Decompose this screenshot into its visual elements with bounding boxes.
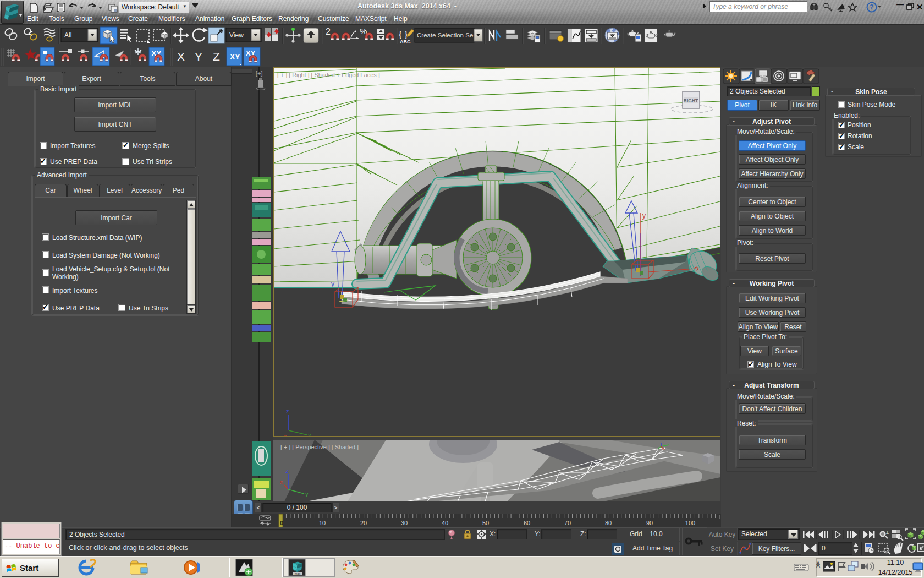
svg-text:0: 0	[280, 520, 283, 526]
svg-text:90: 90	[646, 520, 653, 526]
svg-text:?: ?	[870, 3, 873, 11]
svg-text:2: 2	[326, 27, 331, 36]
svg-text:30: 30	[401, 520, 408, 526]
svg-text:Z: Z	[213, 50, 220, 63]
svg-text:[ + ] [ Perspective ] [ Shaded: [ + ] [ Perspective ] [ Shaded ]	[280, 444, 359, 450]
svg-text:max: max	[295, 572, 301, 575]
svg-text:ABC: ABC	[400, 39, 411, 45]
svg-text:±: ±	[886, 530, 889, 535]
svg-text:80: 80	[605, 520, 612, 526]
svg-text:XY: XY	[230, 52, 240, 61]
svg-text:{ }: { }	[399, 29, 408, 40]
svg-text:20: 20	[360, 520, 367, 526]
svg-text:z: z	[286, 408, 289, 415]
svg-text:y: y	[642, 212, 646, 220]
svg-text:60: 60	[524, 520, 530, 526]
svg-text:X: X	[177, 50, 185, 63]
svg-text:50: 50	[482, 520, 489, 526]
svg-text:70: 70	[564, 520, 571, 526]
svg-text:Create Selection Se: Create Selection Se	[417, 32, 473, 39]
svg-text:100: 100	[685, 520, 695, 526]
svg-text:[ + ] [ Right ] [ Shaded + Edg: [ + ] [ Right ] [ Shaded + Edged Faces ]	[277, 72, 380, 78]
svg-text:RIGHT: RIGHT	[684, 98, 698, 103]
svg-text:40: 40	[442, 520, 448, 526]
svg-text:z: z	[285, 467, 289, 474]
svg-text:All: All	[64, 31, 72, 39]
svg-text:View: View	[229, 31, 244, 39]
svg-text:y: y	[331, 280, 334, 288]
svg-text:x: x	[284, 433, 287, 436]
svg-text:y: y	[308, 432, 311, 436]
svg-text:Y: Y	[195, 50, 202, 63]
svg-text:x: x	[280, 478, 283, 485]
svg-text:y: y	[305, 490, 309, 497]
svg-text:10: 10	[319, 520, 326, 526]
